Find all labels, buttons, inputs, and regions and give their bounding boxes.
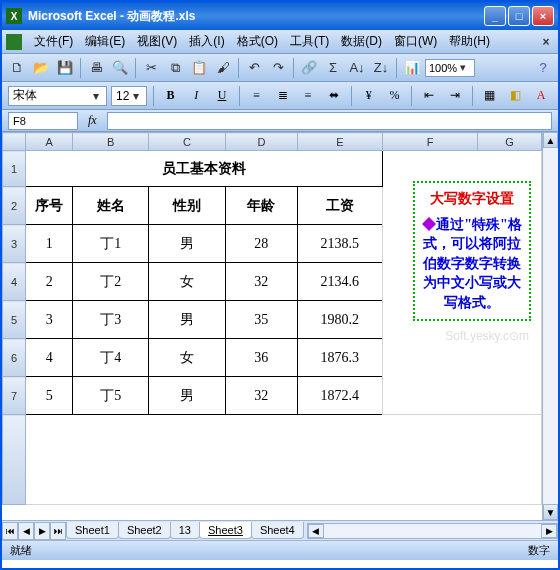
sheet-tab[interactable]: Sheet1 bbox=[66, 522, 119, 539]
open-icon[interactable]: 📂 bbox=[30, 57, 52, 79]
tab-prev-icon[interactable]: ◀ bbox=[18, 522, 34, 540]
cell[interactable]: 丁5 bbox=[73, 377, 149, 415]
maximize-button[interactable]: □ bbox=[508, 6, 530, 26]
new-icon[interactable]: 🗋 bbox=[6, 57, 28, 79]
chart-icon[interactable]: 📊 bbox=[401, 57, 423, 79]
vertical-scrollbar[interactable]: ▲ ▼ bbox=[542, 132, 558, 520]
col-header[interactable]: B bbox=[73, 133, 149, 151]
close-button[interactable]: × bbox=[532, 6, 554, 26]
table-title[interactable]: 员工基本资料 bbox=[26, 151, 382, 187]
th-name[interactable]: 姓名 bbox=[73, 187, 149, 225]
cell[interactable]: 2134.6 bbox=[297, 263, 382, 301]
scroll-right-icon[interactable]: ▶ bbox=[541, 524, 557, 538]
row-header[interactable]: 3 bbox=[3, 225, 26, 263]
print-icon[interactable]: 🖶 bbox=[85, 57, 107, 79]
row-header[interactable]: 6 bbox=[3, 339, 26, 377]
sheet-tab[interactable]: Sheet3 bbox=[199, 522, 252, 539]
align-left-icon[interactable]: ≡ bbox=[246, 85, 268, 107]
font-name-select[interactable]: 宋体▾ bbox=[8, 86, 107, 106]
borders-icon[interactable]: ▦ bbox=[479, 85, 501, 107]
col-header[interactable]: E bbox=[297, 133, 382, 151]
indent-inc-icon[interactable]: ⇥ bbox=[444, 85, 466, 107]
cut-icon[interactable]: ✂ bbox=[140, 57, 162, 79]
row-header[interactable]: 7 bbox=[3, 377, 26, 415]
cell[interactable]: 1 bbox=[26, 225, 73, 263]
menu-format[interactable]: 格式(O) bbox=[231, 31, 284, 52]
copy-icon[interactable]: ⧉ bbox=[164, 57, 186, 79]
cell[interactable]: 大写数字设置 ◆通过"特殊"格式，可以将阿拉伯数字数字转换为中文小写或大写格式。… bbox=[382, 151, 541, 415]
menu-tools[interactable]: 工具(T) bbox=[284, 31, 335, 52]
cell[interactable]: 4 bbox=[26, 339, 73, 377]
sum-icon[interactable]: Σ bbox=[322, 57, 344, 79]
menu-data[interactable]: 数据(D) bbox=[335, 31, 388, 52]
col-header[interactable]: A bbox=[26, 133, 73, 151]
save-icon[interactable]: 💾 bbox=[54, 57, 76, 79]
row-header[interactable]: 1 bbox=[3, 151, 26, 187]
font-color-icon[interactable]: A bbox=[530, 85, 552, 107]
align-center-icon[interactable]: ≣ bbox=[272, 85, 294, 107]
menu-window[interactable]: 窗口(W) bbox=[388, 31, 443, 52]
bold-button[interactable]: B bbox=[160, 85, 182, 107]
cell[interactable]: 32 bbox=[225, 263, 297, 301]
undo-icon[interactable]: ↶ bbox=[243, 57, 265, 79]
underline-button[interactable]: U bbox=[211, 85, 233, 107]
cell[interactable]: 1980.2 bbox=[297, 301, 382, 339]
cell[interactable]: 丁4 bbox=[73, 339, 149, 377]
cell[interactable]: 36 bbox=[225, 339, 297, 377]
cell[interactable]: 5 bbox=[26, 377, 73, 415]
help-icon[interactable]: ? bbox=[532, 57, 554, 79]
cell[interactable]: 丁1 bbox=[73, 225, 149, 263]
fx-icon[interactable]: fx bbox=[88, 113, 97, 128]
cell[interactable]: 女 bbox=[149, 339, 225, 377]
indent-dec-icon[interactable]: ⇤ bbox=[418, 85, 440, 107]
cell[interactable]: 男 bbox=[149, 377, 225, 415]
sort-desc-icon[interactable]: Z↓ bbox=[370, 57, 392, 79]
menu-help[interactable]: 帮助(H) bbox=[443, 31, 496, 52]
zoom-select[interactable]: 100%▾ bbox=[425, 59, 475, 77]
preview-icon[interactable]: 🔍 bbox=[109, 57, 131, 79]
tab-last-icon[interactable]: ⏭ bbox=[50, 522, 66, 540]
redo-icon[interactable]: ↷ bbox=[267, 57, 289, 79]
cell[interactable]: 男 bbox=[149, 301, 225, 339]
cell[interactable]: 35 bbox=[225, 301, 297, 339]
scroll-left-icon[interactable]: ◀ bbox=[308, 524, 324, 538]
col-header[interactable]: F bbox=[382, 133, 477, 151]
col-header[interactable]: D bbox=[225, 133, 297, 151]
currency-icon[interactable]: ¥ bbox=[358, 85, 380, 107]
menu-edit[interactable]: 编辑(E) bbox=[79, 31, 131, 52]
cell[interactable]: 2138.5 bbox=[297, 225, 382, 263]
sheet-tab[interactable]: Sheet2 bbox=[118, 522, 171, 539]
percent-icon[interactable]: % bbox=[384, 85, 406, 107]
name-box[interactable]: F8 bbox=[8, 112, 78, 130]
th-seq[interactable]: 序号 bbox=[26, 187, 73, 225]
scroll-up-icon[interactable]: ▲ bbox=[543, 132, 558, 148]
cell[interactable]: 丁2 bbox=[73, 263, 149, 301]
cell[interactable]: 1872.4 bbox=[297, 377, 382, 415]
align-right-icon[interactable]: ≡ bbox=[297, 85, 319, 107]
tab-next-icon[interactable]: ▶ bbox=[34, 522, 50, 540]
row-header[interactable]: 5 bbox=[3, 301, 26, 339]
fill-color-icon[interactable]: ◧ bbox=[505, 85, 527, 107]
select-all-corner[interactable] bbox=[3, 133, 26, 151]
tab-first-icon[interactable]: ⏮ bbox=[2, 522, 18, 540]
cell[interactable]: 女 bbox=[149, 263, 225, 301]
row-header[interactable]: 2 bbox=[3, 187, 26, 225]
sheet-tab[interactable]: Sheet4 bbox=[251, 522, 304, 539]
th-gender[interactable]: 性别 bbox=[149, 187, 225, 225]
cell[interactable]: 丁3 bbox=[73, 301, 149, 339]
col-header[interactable]: C bbox=[149, 133, 225, 151]
cell[interactable]: 2 bbox=[26, 263, 73, 301]
cell[interactable]: 28 bbox=[225, 225, 297, 263]
formula-bar[interactable] bbox=[107, 112, 552, 130]
minimize-button[interactable]: _ bbox=[484, 6, 506, 26]
paste-icon[interactable]: 📋 bbox=[188, 57, 210, 79]
doc-icon[interactable] bbox=[6, 34, 22, 50]
merge-icon[interactable]: ⬌ bbox=[323, 85, 345, 107]
doc-close-button[interactable]: × bbox=[538, 34, 554, 50]
scroll-down-icon[interactable]: ▼ bbox=[543, 504, 558, 520]
font-size-select[interactable]: 12▾ bbox=[111, 86, 147, 106]
format-painter-icon[interactable]: 🖌 bbox=[212, 57, 234, 79]
menu-insert[interactable]: 插入(I) bbox=[183, 31, 230, 52]
menu-file[interactable]: 文件(F) bbox=[28, 31, 79, 52]
col-header[interactable]: G bbox=[478, 133, 542, 151]
